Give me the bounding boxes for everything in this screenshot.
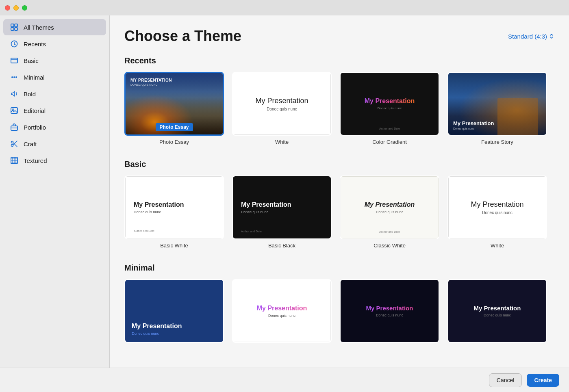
sidebar-item-textured[interactable]: Textured [3,152,106,169]
theme-thumbnail-classic-white[interactable]: My Presentation Donec quis nunc Author a… [340,175,439,239]
photo-essay-badge: Photo Essay [155,123,193,131]
minimal-themes-grid: My Presentation Donec quis nunc My Prese… [124,279,554,346]
svg-point-8 [13,76,15,78]
cancel-button[interactable]: Cancel [489,373,522,387]
building-shape [497,98,538,135]
theme-thumbnail-minimal-dark2[interactable]: My Presentation Donec quis nunc [447,279,547,343]
theme-card-classic-white[interactable]: My Presentation Donec quis nunc Author a… [340,175,439,249]
sidebar-item-label: Bold [24,91,36,97]
theme-thumbnail-white-basic[interactable]: My Presentation Donec quis nunc [447,175,547,239]
sidebar-item-minimal[interactable]: Minimal [3,69,106,85]
svg-rect-0 [11,24,14,27]
theme-thumbnail-minimal-pink[interactable]: My Presentation Donec quis nunc [232,279,332,343]
chevron-updown-icon [549,33,554,39]
page-title: Choose a Theme [124,28,241,45]
basic-white-sub: Donec quis nunc [134,210,215,214]
maximize-button[interactable] [22,5,27,11]
minimal-section: Minimal My Presentation Donec quis nunc [124,263,554,346]
white-basic-title: My Presentation [471,200,523,209]
feature-story-text: My Presentation Donec quis nunc [453,120,494,130]
theme-card-minimal-dark2[interactable]: My Presentation Donec quis nunc [447,279,547,346]
classic-white-sub: Donec quis nunc [376,210,403,214]
theme-card-minimal-pink[interactable]: My Presentation Donec quis nunc [232,279,332,346]
svg-point-9 [15,76,17,78]
sidebar-item-recents[interactable]: Recents [3,36,106,52]
dots-icon [10,73,19,82]
sidebar-item-bold[interactable]: Bold [3,86,106,102]
footer: Cancel Create [0,368,569,392]
content-area: Choose a Theme Standard (4:3) Recents MY… [110,15,569,368]
theme-card-minimal-blue[interactable]: My Presentation Donec quis nunc [124,279,224,346]
classic-white-title: My Presentation [365,201,415,208]
classic-white-author: Author and Date [379,230,400,233]
feature-story-sub: Donec quis nunc [453,127,494,130]
square-icon [10,56,19,65]
theme-label-white-recents: White [275,139,289,145]
recents-section-title: Recents [124,56,554,65]
theme-thumbnail-photo-essay[interactable]: MY PRESENTATION DONEC QUIS NUNC Photo Es… [124,72,224,136]
sidebar-item-label: Editorial [24,107,46,114]
theme-thumbnail-feature-story[interactable]: My Presentation Donec quis nunc [447,72,547,136]
basic-section-title: Basic [124,160,554,169]
color-gradient-title: My Presentation [365,97,415,105]
theme-card-white-recents[interactable]: My Presentation Donec quis nunc White [232,72,332,145]
aspect-ratio-button[interactable]: Standard (4:3) [508,33,554,40]
color-gradient-author: Author and Date [379,127,400,130]
close-button[interactable] [5,5,10,11]
photo-essay-sub: DONEC QUIS NUNC [130,83,218,86]
minimal-dark2-title: My Presentation [474,305,521,312]
theme-label-feature-story: Feature Story [481,139,513,145]
clock-icon [10,39,19,48]
basic-black-author: Author and Date [241,230,262,233]
svg-rect-5 [11,58,17,63]
briefcase-icon [10,123,19,132]
svg-point-7 [11,76,13,78]
sidebar-item-label: Textured [24,157,47,164]
theme-card-color-gradient[interactable]: My Presentation Donec quis nunc Author a… [340,72,439,145]
sidebar-item-label: Recents [24,41,46,48]
theme-thumbnail-color-gradient[interactable]: My Presentation Donec quis nunc Author a… [340,72,439,136]
sidebar-item-portfolio[interactable]: Portfolio [3,119,106,135]
basic-themes-grid: My Presentation Donec quis nunc Author a… [124,175,554,249]
sidebar-item-all-themes[interactable]: All Themes [3,19,106,35]
theme-card-minimal-dark[interactable]: My Presentation Donec quis nunc [340,279,439,346]
theme-label-photo-essay: Photo Essay [159,139,189,145]
svg-rect-3 [15,28,17,30]
feature-story-title: My Presentation [453,120,494,126]
photo-essay-title: MY PRESENTATION [130,78,218,82]
recents-themes-grid: MY PRESENTATION DONEC QUIS NUNC Photo Es… [124,72,554,145]
theme-card-basic-black[interactable]: My Presentation Donec quis nunc Author a… [232,175,332,249]
theme-card-feature-story[interactable]: My Presentation Donec quis nunc Feature … [447,72,547,145]
white-basic-sub: Donec quis nunc [482,210,513,215]
theme-label-color-gradient: Color Gradient [372,139,407,145]
grid-icon [10,23,19,32]
theme-label-basic-black: Basic Black [268,243,295,249]
theme-thumbnail-basic-white[interactable]: My Presentation Donec quis nunc Author a… [124,175,224,239]
theme-thumbnail-white-recents[interactable]: My Presentation Donec quis nunc [232,72,332,136]
basic-black-sub: Donec quis nunc [241,210,323,214]
svg-rect-2 [11,28,14,30]
create-button[interactable]: Create [527,374,559,387]
theme-label-white-basic: White [491,243,504,249]
sidebar-item-editorial[interactable]: Editorial [3,102,106,119]
sidebar-item-label: Portfolio [24,124,46,131]
white-recents-title: My Presentation [255,97,308,105]
theme-thumbnail-minimal-blue[interactable]: My Presentation Donec quis nunc [124,279,224,343]
sidebar-item-basic[interactable]: Basic [3,52,106,69]
theme-card-photo-essay[interactable]: MY PRESENTATION DONEC QUIS NUNC Photo Es… [124,72,224,145]
theme-label-classic-white: Classic White [374,243,406,249]
sidebar-item-label: Minimal [24,74,45,81]
sidebar-item-craft[interactable]: Craft [3,136,106,152]
theme-card-basic-white[interactable]: My Presentation Donec quis nunc Author a… [124,175,224,249]
theme-label-basic-white: Basic White [160,243,188,249]
minimal-pink-sub: Donec quis nunc [268,314,295,318]
theme-card-white-basic[interactable]: My Presentation Donec quis nunc White [447,175,547,249]
minimal-blue-title: My Presentation [132,323,217,330]
svg-rect-10 [11,108,17,113]
theme-thumbnail-minimal-dark[interactable]: My Presentation Donec quis nunc [340,279,439,343]
minimal-section-title: Minimal [124,263,554,273]
minimize-button[interactable] [13,5,19,11]
minimal-dark-sub: Donec quis nunc [376,313,403,317]
theme-thumbnail-basic-black[interactable]: My Presentation Donec quis nunc Author a… [232,175,332,239]
sidebar-item-label: Basic [24,57,39,64]
